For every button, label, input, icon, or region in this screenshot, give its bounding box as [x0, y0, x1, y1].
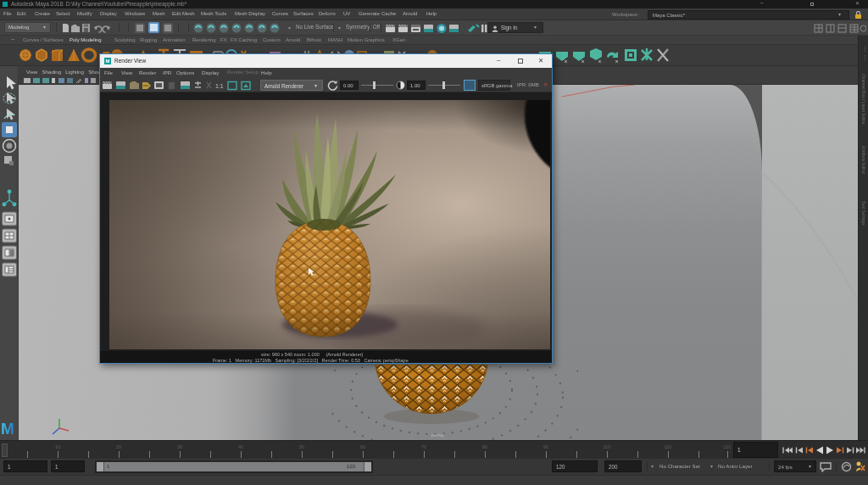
- svg-text:80: 80: [482, 444, 487, 449]
- svg-text:x: x: [615, 59, 618, 64]
- svg-text:x: x: [565, 59, 567, 64]
- svg-text:x: x: [581, 59, 584, 64]
- svg-text:100: 100: [603, 444, 610, 449]
- svg-text:persp: persp: [431, 432, 445, 438]
- svg-text:50: 50: [299, 444, 304, 449]
- svg-text:1:1: 1:1: [215, 83, 224, 89]
- svg-text:30: 30: [177, 444, 182, 449]
- svg-text:60: 60: [360, 444, 365, 449]
- svg-text:110: 110: [665, 444, 672, 449]
- svg-text:120: 120: [723, 444, 731, 449]
- svg-text:90: 90: [543, 444, 548, 449]
- svg-text:70: 70: [421, 444, 426, 449]
- svg-text:M: M: [1, 420, 14, 438]
- svg-text:20: 20: [116, 444, 121, 449]
- svg-text:40: 40: [238, 444, 243, 449]
- svg-text:10: 10: [55, 444, 60, 449]
- svg-text:x: x: [598, 59, 601, 64]
